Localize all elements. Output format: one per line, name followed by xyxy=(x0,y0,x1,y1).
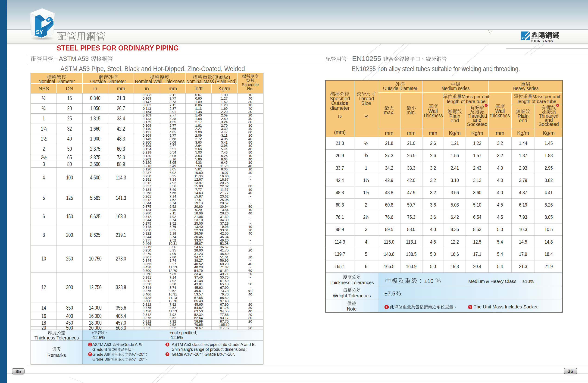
svg-text:113.1: 113.1 xyxy=(406,239,417,245)
svg-text:2.6: 2.6 xyxy=(430,141,436,146)
svg-text:20: 20 xyxy=(248,326,252,330)
svg-text:20: 20 xyxy=(248,272,252,276)
svg-text:6: 6 xyxy=(365,264,367,269)
svg-text:141.3: 141.3 xyxy=(116,195,126,201)
svg-text:1.48: 1.48 xyxy=(195,110,202,114)
svg-text:20: 20 xyxy=(248,319,252,323)
svg-text:11.13: 11.13 xyxy=(169,309,177,313)
svg-text:R: R xyxy=(364,114,368,119)
svg-text:-: - xyxy=(250,276,251,279)
svg-text:65.48: 65.48 xyxy=(194,299,203,303)
svg-text:1¼: 1¼ xyxy=(41,126,47,132)
svg-text:150: 150 xyxy=(66,213,73,219)
svg-text:40: 40 xyxy=(248,171,252,175)
svg-text:10: 10 xyxy=(248,93,252,97)
svg-text:0.322: 0.322 xyxy=(143,232,151,235)
svg-text:7.14: 7.14 xyxy=(169,194,176,198)
svg-text:40: 40 xyxy=(248,137,252,141)
svg-text:mm: mm xyxy=(168,86,177,91)
svg-text:23.10: 23.10 xyxy=(194,218,203,222)
svg-text:0.466: 0.466 xyxy=(143,242,151,245)
svg-text:Thickness Tolerances: Thickness Tolerances xyxy=(330,280,374,285)
svg-text:1: 1 xyxy=(557,104,558,106)
svg-text:2.93: 2.93 xyxy=(519,165,527,171)
svg-text:2: 2 xyxy=(89,353,91,356)
svg-text:16.000: 16.000 xyxy=(89,313,101,319)
svg-text:60.3: 60.3 xyxy=(336,202,344,208)
svg-text:4: 4 xyxy=(42,174,45,181)
svg-text:0.375: 0.375 xyxy=(143,323,151,326)
svg-text:8.38: 8.38 xyxy=(169,282,176,286)
svg-text:-: - xyxy=(250,235,251,239)
svg-text:9.52: 9.52 xyxy=(169,323,176,326)
svg-text:0.500: 0.500 xyxy=(143,299,151,303)
svg-text:8.53: 8.53 xyxy=(473,227,482,232)
svg-text:51.01: 51.01 xyxy=(220,255,229,259)
svg-text:0.312: 0.312 xyxy=(143,279,151,283)
svg-text:26.5: 26.5 xyxy=(407,153,416,158)
svg-text:0.312: 0.312 xyxy=(143,313,151,317)
svg-text:11.13: 11.13 xyxy=(169,296,177,300)
svg-text:19.8: 19.8 xyxy=(451,264,459,269)
svg-text:3.6: 3.6 xyxy=(430,202,436,208)
svg-text:12.750: 12.750 xyxy=(89,284,101,290)
svg-text:73.0: 73.0 xyxy=(117,154,125,160)
svg-text:Kg/m: Kg/m xyxy=(543,130,554,136)
svg-text:33.07: 33.07 xyxy=(194,238,203,242)
svg-text:45.34: 45.34 xyxy=(220,235,229,239)
svg-text:166.5: 166.5 xyxy=(384,264,395,269)
svg-text:22.38: 22.38 xyxy=(194,228,203,232)
svg-text:3.00: 3.00 xyxy=(195,130,202,134)
svg-text:2.50: 2.50 xyxy=(221,117,228,121)
svg-text:Grade A: Grade A xyxy=(123,342,138,347)
svg-text:11.29: 11.29 xyxy=(220,164,229,168)
svg-text:10.80: 10.80 xyxy=(194,171,203,175)
svg-text:0.250: 0.250 xyxy=(143,228,151,232)
svg-text:8.74: 8.74 xyxy=(169,218,176,222)
svg-text:80: 80 xyxy=(248,130,252,134)
svg-text:40: 40 xyxy=(248,232,252,235)
svg-text:40: 40 xyxy=(248,107,252,110)
svg-text:28.26: 28.26 xyxy=(220,212,229,215)
svg-text:7.92: 7.92 xyxy=(169,181,176,185)
svg-text:12.70: 12.70 xyxy=(168,299,177,303)
svg-text:81.25: 81.25 xyxy=(220,306,229,310)
svg-text:7.92: 7.92 xyxy=(169,279,176,283)
svg-text:2.875: 2.875 xyxy=(90,154,100,160)
svg-text:30.94: 30.94 xyxy=(220,205,229,208)
svg-text:Shin Yang's range of product d: Shin Yang's range of product dimensions … xyxy=(172,347,248,352)
svg-text:¾: ¾ xyxy=(42,105,46,111)
svg-text:diameter: diameter xyxy=(330,105,350,111)
svg-text:NPS: NPS xyxy=(39,86,49,91)
svg-text:13.40: 13.40 xyxy=(194,225,203,229)
svg-text:2.72: 2.72 xyxy=(195,137,202,141)
svg-text:Outside Diameter: Outside Diameter xyxy=(383,86,417,91)
svg-text:80: 80 xyxy=(248,110,252,114)
svg-text:0.438: 0.438 xyxy=(143,265,151,269)
svg-text:6.26: 6.26 xyxy=(545,202,553,208)
svg-text:5.0: 5.0 xyxy=(497,227,503,232)
svg-text:12: 12 xyxy=(42,284,46,290)
svg-text:3.40: 3.40 xyxy=(169,208,176,212)
svg-text:28.57: 28.57 xyxy=(220,201,229,205)
svg-text:9.52: 9.52 xyxy=(169,205,176,208)
svg-text:40: 40 xyxy=(248,262,252,266)
svg-text:5.0: 5.0 xyxy=(430,252,436,257)
svg-text:34.27: 34.27 xyxy=(194,255,203,259)
svg-text:end: end xyxy=(519,118,527,123)
svg-text:7.92: 7.92 xyxy=(169,215,176,219)
svg-text:1.050: 1.050 xyxy=(90,105,100,111)
svg-text:Socketed: Socketed xyxy=(538,122,559,127)
svg-text:2.41: 2.41 xyxy=(451,165,459,171)
svg-text:2.11: 2.11 xyxy=(170,93,176,97)
svg-text:0.109: 0.109 xyxy=(143,134,151,137)
svg-text:30: 30 xyxy=(248,306,252,310)
svg-text:std: std xyxy=(248,289,252,293)
svg-text:40: 40 xyxy=(248,212,252,215)
svg-text:30: 30 xyxy=(248,282,252,286)
svg-text:58.99: 58.99 xyxy=(194,319,203,323)
svg-text:3.2: 3.2 xyxy=(430,165,436,171)
svg-text:8.74: 8.74 xyxy=(169,201,176,205)
svg-text:0.113: 0.113 xyxy=(143,107,151,110)
svg-text:49.20: 49.20 xyxy=(220,238,229,242)
